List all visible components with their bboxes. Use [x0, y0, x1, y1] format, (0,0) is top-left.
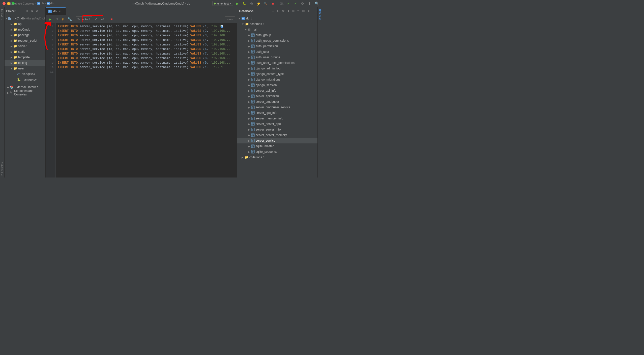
- stop-button[interactable]: ■: [270, 1, 276, 6]
- code-line-5: INSERT INTO server_service (id, ip, mac,…: [58, 42, 235, 47]
- svg-rect-59: [251, 139, 254, 142]
- db-table-auth-user-groups[interactable]: ▶ auth_user_groups: [237, 55, 317, 60]
- db-table-server-cmdbuser[interactable]: ▶ server_cmdbuser: [237, 99, 317, 105]
- db-table-server-server-memory[interactable]: ▶ server_server_memory: [237, 132, 317, 138]
- tree-item-request-script[interactable]: ▶ 📁 request_script: [5, 38, 45, 43]
- coverage-button[interactable]: ⊙: [249, 1, 254, 6]
- db-collations[interactable]: ▶ 📁 collations 3: [237, 155, 317, 160]
- db-table-server-apitonken[interactable]: ▶ server_apitonken: [237, 93, 317, 99]
- svg-rect-14: [251, 56, 254, 59]
- profile-button[interactable]: ⚡: [256, 1, 261, 6]
- tree-root[interactable]: ▼ myCmdb ~/django/myCmdb/myC: [5, 16, 45, 21]
- close-button[interactable]: [3, 2, 6, 5]
- db-table-server-server-cpu[interactable]: ▶ server_server_cpu: [237, 121, 317, 127]
- svg-rect-41: [251, 106, 254, 109]
- git-checkmark-1[interactable]: ✓: [286, 1, 291, 6]
- sql-tools-button[interactable]: 🔧: [67, 16, 72, 22]
- left-edge-panel: 1: Project 2: Favorites: [0, 7, 5, 178]
- breadcrumb-item-1[interactable]: Database Consoles: [10, 2, 34, 5]
- db-search-icon[interactable]: ⊕: [306, 9, 310, 13]
- tree-item-mycmdb[interactable]: ▶ 📁 myCmdb: [5, 27, 45, 32]
- new-file-icon[interactable]: ⊕: [25, 9, 29, 13]
- db-table-django-admin-log[interactable]: ▶ django_admin_log: [237, 66, 317, 71]
- db-schemas[interactable]: ▼ 📁 schemas 1: [237, 21, 317, 27]
- db-table-auth-user-user-permissions[interactable]: ▶ auth_user_user_permissions: [237, 60, 317, 66]
- db-table-auth-permission[interactable]: ▶ auth_permission: [237, 43, 317, 49]
- db-root[interactable]: ▼ db db 1: [237, 16, 317, 21]
- db-table-server-memory-info[interactable]: ▶ server_memory_info: [237, 116, 317, 121]
- svg-rect-62: [251, 145, 254, 148]
- right-edge-panel: Database: [317, 7, 322, 178]
- db-table-server-api-info[interactable]: ▶ server_api_info: [237, 88, 317, 93]
- tree-item-scratches[interactable]: ▶ ✎ Scratches and Consoles: [5, 90, 45, 95]
- settings-icon[interactable]: ⚙: [35, 9, 39, 13]
- favorites-tab[interactable]: 2: Favorites: [0, 160, 4, 178]
- search-everywhere-button[interactable]: 🔍: [314, 1, 319, 6]
- rollback-button[interactable]: ↩: [100, 16, 105, 22]
- db-table-django-session[interactable]: ▶ django_session: [237, 82, 317, 88]
- project-panel-header: Project ⊕ ⇅ ⚙ −: [5, 7, 45, 15]
- svg-rect-23: [251, 72, 254, 75]
- svg-rect-50: [251, 122, 254, 125]
- breadcrumb-item-3[interactable]: dbdb: [47, 2, 53, 5]
- db-table-server-server-info[interactable]: ▶ server_server_info: [237, 127, 317, 132]
- build-button[interactable]: 🔨: [263, 1, 269, 6]
- project-tab[interactable]: 1: Project: [0, 7, 4, 22]
- tab-db[interactable]: db db ×: [46, 7, 66, 15]
- db-table-auth-user[interactable]: ▶ auth_user: [237, 49, 317, 55]
- run-config-dropdown[interactable]: ▶ fente_test ▼: [212, 1, 233, 6]
- svg-rect-26: [251, 78, 254, 81]
- tree-item-package[interactable]: ▶ 📁 package: [5, 32, 45, 38]
- sql-param-button[interactable]: P: [60, 16, 66, 22]
- sync-icon[interactable]: ⇅: [30, 9, 34, 13]
- db-table-icon[interactable]: ⊞: [291, 9, 295, 13]
- tree-item-testing[interactable]: ▶ 📁 testing: [5, 60, 45, 66]
- db-table-auth-group[interactable]: ▶ auth_group: [237, 32, 317, 38]
- sql-run-file-button[interactable]: ⊡: [54, 16, 59, 22]
- code-editor[interactable]: 1 2 3 4 5 6 7 8 9 10 11 INSERT INTO serv…: [46, 23, 237, 178]
- db-filter-icon[interactable]: ⬇: [286, 9, 290, 13]
- db-table-server-cpu-info[interactable]: ▶ server_cpu_info: [237, 110, 317, 116]
- code-content[interactable]: INSERT INTO server_service (id, ip, mac,…: [56, 23, 237, 178]
- git-push-button[interactable]: ⬆: [307, 1, 312, 6]
- breadcrumb-item-2[interactable]: dbdb: [37, 2, 44, 5]
- code-line-10: INSERT INTO server_service (id, ip, mac,…: [58, 65, 235, 70]
- database-side-tab[interactable]: Database: [318, 7, 322, 22]
- tree-item-manage-py[interactable]: ▶ 🐍 manage.py: [5, 77, 45, 82]
- svg-rect-5: [251, 39, 254, 42]
- db-add-icon[interactable]: +: [271, 9, 275, 13]
- db-table-auth-group-permissions[interactable]: ▶ auth_group_permissions: [237, 38, 317, 43]
- db-table-sqlite-sequence[interactable]: ▶ sqlite_sequence: [237, 149, 317, 155]
- sql-run-button[interactable]: ▶: [47, 16, 53, 22]
- tree-item-db-sqlite3[interactable]: ▶ 🗃 db.sqlite3: [5, 71, 45, 77]
- db-table-sqlite-master[interactable]: ▶ sqlite_master: [237, 143, 317, 149]
- sql-toolbar: ▶ ⊡ P 🔧 Tx: Auto ▼ ✓ ↩ ■ main: [46, 15, 237, 23]
- minimize-button[interactable]: [7, 2, 10, 5]
- db-table-server-cmdbuser-service[interactable]: ▶ server_cmdbuser_service: [237, 105, 317, 110]
- tree-item-static[interactable]: ▶ 📁 static: [5, 49, 45, 55]
- db-close-panel[interactable]: −: [311, 9, 315, 13]
- tree-item-server[interactable]: ▶ 📁 server: [5, 43, 45, 49]
- db-table-django-migrations[interactable]: ▶ django_migrations: [237, 77, 317, 82]
- commit-button[interactable]: ✓: [93, 16, 99, 22]
- debug-button[interactable]: 🐛: [242, 1, 247, 6]
- sql-stop-button[interactable]: ■: [109, 16, 114, 22]
- db-schema-main[interactable]: ▼ ⊡ main: [237, 27, 317, 32]
- tx-dropdown[interactable]: Tx: Auto ▼: [76, 16, 92, 22]
- db-view-icon[interactable]: ◫: [301, 9, 305, 13]
- db-refresh-icon[interactable]: ⟳: [281, 9, 285, 13]
- git-checkmark-2[interactable]: ✓: [293, 1, 298, 6]
- db-table-server-service[interactable]: ▶ server_service: [237, 138, 317, 143]
- svg-rect-8: [251, 45, 254, 48]
- db-edit-icon[interactable]: ✏: [296, 9, 300, 13]
- minimize-panel-icon[interactable]: −: [40, 9, 44, 13]
- git-update-button[interactable]: ⟳: [300, 1, 305, 6]
- tree-item-user[interactable]: ▼ 📁 user: [5, 66, 45, 71]
- code-line-1: INSERT INTO server_service (id, ip, mac,…: [58, 24, 235, 29]
- tree-item-api[interactable]: ▶ 📁 api: [5, 21, 45, 27]
- run-button[interactable]: ▶: [235, 1, 240, 6]
- tree-item-template[interactable]: ▶ 📁 template: [5, 55, 45, 60]
- db-copy-icon[interactable]: ⊡: [276, 9, 280, 13]
- db-table-django-content-type[interactable]: ▶ django_content_type: [237, 71, 317, 77]
- tab-db-close[interactable]: ×: [58, 10, 62, 13]
